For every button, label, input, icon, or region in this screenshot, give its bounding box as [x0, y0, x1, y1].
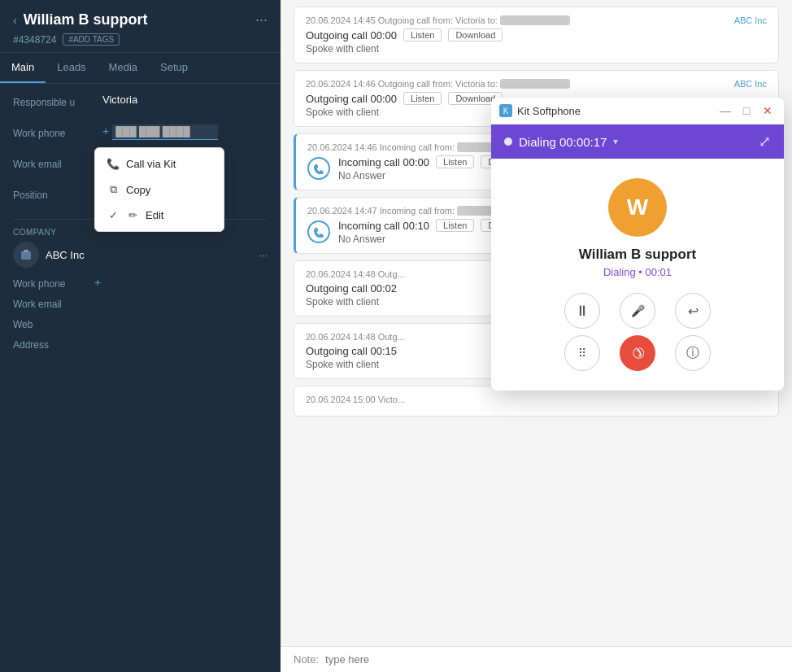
info-button[interactable]: ⓘ [675, 335, 711, 371]
left-content: Responsible u Victoria Work phone + 📞 Ca… [0, 84, 281, 672]
activity-timestamp: 20.06.2024 14:45 Outgoing call from: Vic… [306, 15, 570, 25]
contact-name: William B support [24, 11, 249, 28]
svg-rect-1 [24, 250, 28, 252]
call-label: Outgoing call 00:02 [306, 282, 397, 295]
work-phone-input[interactable] [112, 124, 218, 140]
softphone-action-row-2: ⠿ ✆ ⓘ [504, 335, 771, 371]
tab-leads[interactable]: Leads [46, 53, 97, 83]
keypad-icon: ⠿ [578, 347, 587, 360]
company-email-row: Work email [13, 296, 268, 310]
note-input[interactable] [325, 653, 779, 665]
download-button[interactable]: Download [448, 28, 503, 41]
contact-header: ‹ William B support ··· #4348724 #ADD TA… [0, 0, 281, 53]
pause-button[interactable]: ⏸ [564, 293, 600, 329]
listen-button[interactable]: Listen [436, 219, 474, 232]
company-address-row: Address [13, 337, 268, 351]
company-email-label: Work email [13, 296, 94, 310]
add-phone-icon[interactable]: + [102, 124, 109, 137]
listen-button[interactable]: Listen [403, 28, 442, 41]
company-fields-section: Work phone + Work email Web Address [13, 276, 268, 351]
check-icon: ✓ [107, 209, 120, 221]
edit-icon: ✏ [126, 209, 139, 221]
contact-id: #4348724 [13, 34, 56, 46]
company-tag[interactable]: ABC Inc [734, 79, 767, 89]
add-tags-button[interactable]: #ADD TAGS [63, 33, 120, 46]
listen-button[interactable]: Listen [403, 92, 442, 105]
back-arrow-icon[interactable]: ‹ [13, 14, 17, 27]
note-bar: Note: [281, 646, 792, 672]
call-label: Incoming call 00:10 [338, 220, 429, 232]
work-email-label: Work email [13, 155, 102, 170]
dialing-dot-icon [504, 137, 512, 146]
phone-icon: 📞 [107, 158, 120, 170]
right-panel: 20.06.2024 14:45 Outgoing call from: Vic… [281, 0, 792, 672]
keypad-button[interactable]: ⠿ [564, 335, 600, 371]
activity-timestamp: 20.06.2024 14:48 Outg... [306, 332, 405, 342]
softphone-body: W William B support Dialing • 00:01 ⏸ 🎤 … [491, 159, 784, 391]
company-info: ABC Inc [46, 249, 252, 261]
call-note: Spoke with client [306, 43, 767, 55]
activity-entry: 20.06.2024 14:45 Outgoing call from: Vic… [294, 7, 779, 63]
minimize-button[interactable]: — [717, 103, 733, 119]
softphone-dialing-bar: Dialing 00:00:17 ▾ ⤢ [491, 124, 784, 159]
edit-item[interactable]: ✓ ✏ Edit [95, 203, 224, 228]
company-web-label: Web [13, 316, 94, 330]
call-label: Outgoing call 00:15 [306, 345, 397, 357]
left-nav-tabs: Main Leads Media Setup [0, 53, 281, 84]
end-call-icon: ✆ [627, 343, 648, 364]
work-phone-label: Work phone [13, 124, 102, 139]
mute-button[interactable]: 🎤 [620, 293, 655, 329]
transfer-icon: ↩ [688, 303, 698, 319]
company-phone-row: Work phone + [13, 276, 268, 290]
contact-more-dots[interactable]: ··· [255, 11, 268, 28]
company-address-label: Address [13, 337, 94, 351]
masked-number: ███████████ [500, 15, 570, 25]
mute-icon: 🎤 [631, 304, 645, 317]
dialing-timer: Dialing 00:00:17 [519, 135, 607, 149]
activity-timestamp: 20.06.2024 15:00 Victo... [306, 395, 405, 404]
left-panel: ‹ William B support ··· #4348724 #ADD TA… [0, 0, 281, 672]
transfer-button[interactable]: ↩ [675, 293, 711, 329]
softphone-action-row-1: ⏸ 🎤 ↩ [504, 293, 771, 329]
pause-icon: ⏸ [575, 303, 590, 320]
call-via-kit-item[interactable]: 📞 Call via Kit [95, 151, 224, 177]
phone-context-menu: 📞 Call via Kit ⧉ Copy ✓ ✏ Edit [94, 147, 224, 232]
activity-meta-text: Outgoing call from: Victoria to: ███████… [378, 15, 570, 25]
contact-avatar-large: W [608, 178, 667, 237]
tab-main[interactable]: Main [0, 53, 46, 83]
call-label: Outgoing call 00:00 [306, 93, 397, 105]
svg-rect-0 [21, 251, 31, 260]
copy-item[interactable]: ⧉ Copy [95, 177, 224, 203]
dialing-dropdown-icon[interactable]: ▾ [613, 136, 618, 147]
company-more-dots[interactable]: ··· [259, 249, 268, 261]
softphone-title: Kit Softphone [517, 105, 581, 117]
responsible-field-row: Responsible u Victoria [13, 94, 268, 116]
maximize-button[interactable]: □ [738, 103, 755, 119]
activity-timestamp: 20.06.2024 14:48 Outg... [306, 269, 405, 279]
add-company-phone-icon[interactable]: + [94, 276, 101, 289]
tab-media[interactable]: Media [98, 53, 149, 83]
call-label: Outgoing call 00:00 [306, 29, 397, 41]
expand-icon[interactable]: ⤢ [759, 133, 771, 151]
copy-icon: ⧉ [107, 183, 120, 196]
company-tag[interactable]: ABC Inc [734, 15, 767, 25]
end-call-button[interactable]: ✆ [620, 335, 655, 371]
softphone-window-controls: — □ ✕ [717, 103, 776, 119]
tab-setup[interactable]: Setup [149, 53, 199, 83]
listen-button[interactable]: Listen [436, 155, 474, 168]
incoming-call-icon [307, 220, 330, 243]
softphone-status: Dialing • 00:01 [504, 266, 771, 278]
close-button[interactable]: ✕ [759, 103, 776, 119]
company-phone-label: Work phone [13, 276, 94, 290]
company-name: ABC Inc [46, 249, 252, 261]
activity-meta-text: Outgoing call from: Victoria to: ███████… [378, 79, 570, 89]
call-label: Incoming call 00:00 [338, 156, 429, 168]
note-label: Note: [294, 653, 319, 665]
position-label: Position [13, 186, 102, 201]
info-icon: ⓘ [686, 345, 699, 362]
responsible-label: Responsible u [13, 94, 102, 108]
work-phone-row: Work phone + 📞 Call via Kit ⧉ Copy ✓ ✏ E… [13, 124, 268, 147]
softphone-contact-name: William B support [504, 247, 771, 263]
softphone-overlay: K Kit Softphone — □ ✕ Dialing 00:00:17 ▾… [491, 98, 784, 391]
company-avatar [13, 242, 39, 268]
